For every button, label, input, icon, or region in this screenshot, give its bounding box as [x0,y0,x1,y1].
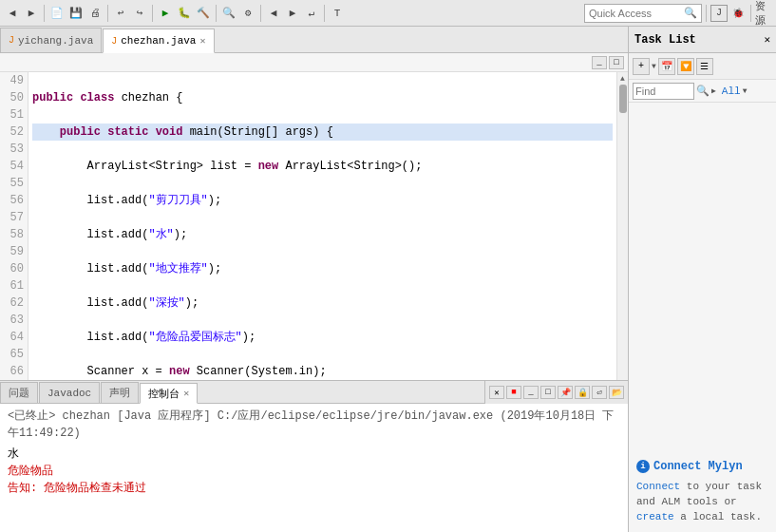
tab-yichang-icon: J [9,35,14,46]
code-content[interactable]: public class chezhan { public static voi… [28,72,616,380]
editor-tab-bar: J yichang.java J chezhan.java ✕ [0,27,628,53]
code-line-52: list.add("剪刀刀具"); [32,192,613,209]
line-numbers: 49 50 51 52 53 54 55 56 57 58 59 60 61 6… [0,72,28,380]
tab-chezhan-icon: J [111,36,117,47]
console-output-line-2: 危险物品 [8,463,620,480]
run-icon[interactable]: ▶ [157,5,174,22]
task-list-body: i Connect Mylyn Connect to your task and… [629,103,776,532]
perspective-debug-icon[interactable]: 🐞 [729,5,747,22]
refactor-icon[interactable]: ⚙ [239,5,256,22]
toolbar-sep-4 [216,5,217,22]
quick-access-input[interactable] [589,8,684,19]
code-line-49: public class chezhan { [32,89,613,106]
tab-chezhan-close[interactable]: ✕ [199,35,205,47]
task-list-toolbar: + ▼ 📅 🔽 ☰ [629,53,776,80]
toolbar-sep-2 [107,5,108,22]
tab-console-label: 控制台 [148,387,180,401]
task-find-expand-icon[interactable]: ▶ [711,86,716,95]
toolbar-sep-3 [152,5,153,22]
task-add-btn[interactable]: + [633,58,650,75]
minimize-editor-btn[interactable]: _ [592,56,607,69]
toolbar-sep-1 [44,5,45,22]
code-line-53: list.add("水"); [32,226,613,243]
print-icon[interactable]: 🖨 [86,5,104,22]
task-list-panel: Task List ✕ + ▼ 📅 🔽 ☰ 🔍 ▶ All ▼ i Connec… [629,27,776,532]
task-list-header: Task List ✕ [629,27,776,53]
console-output-line-3: 告知: 危险物品检查未通过 [8,480,620,497]
console-output-line-1: 水 [8,446,620,463]
connect-mylyn-link[interactable]: Connect [636,481,680,492]
console-open-file-btn[interactable]: 📂 [609,386,624,399]
create-task-link[interactable]: create [636,511,674,522]
code-line-55: list.add("深按"); [32,294,613,312]
task-all-dropdown-icon[interactable]: ▼ [743,86,748,95]
tab-problems[interactable]: 问题 [0,382,38,403]
search-icon2[interactable]: 🔍 [220,5,237,22]
toolbar-sep-6 [324,5,325,22]
bottom-tab-bar: 问题 Javadoc 声明 控制台 ✕ ✕ ■ _ □ � [0,381,628,404]
task-list-title: Task List [634,33,696,47]
back-icon[interactable]: ◀ [4,5,21,22]
task-list-close-icon[interactable]: ✕ [764,33,770,46]
editor-scrollbar[interactable]: ▲ [616,72,628,380]
editor-controls: _ □ [0,53,628,72]
tab-chezhan[interactable]: J chezhan.java ✕ [103,28,214,53]
console-clear-btn[interactable]: ✕ [489,386,504,399]
connect-mylyn-section: i Connect Mylyn Connect to your task and… [629,452,776,532]
task-schedule-btn[interactable]: 📅 [658,58,675,75]
main-toolbar: ◀ ▶ 📄 💾 🖨 ↩ ↪ ▶ 🐛 🔨 🔍 ⚙ ◀ ▶ ↵ T 🔍 J 🐞 资源 [0,0,776,27]
task-find-input[interactable] [633,83,694,100]
task-add-dropdown[interactable]: ▼ [652,62,656,70]
scroll-thumb[interactable] [619,85,627,113]
main-area: J yichang.java J chezhan.java ✕ _ □ 49 5… [0,27,776,532]
scroll-up-arrow[interactable]: ▲ [620,74,625,83]
maximize-editor-btn[interactable]: □ [609,56,624,69]
debug-icon[interactable]: 🐛 [176,5,193,22]
code-line-54: list.add("地文推荐"); [32,260,613,277]
file-icon[interactable]: 📄 [48,5,66,22]
tab-declaration-label: 声明 [109,386,130,400]
toolbar-sep-7 [706,5,707,22]
undo-icon[interactable]: ↩ [112,5,129,22]
last-edit-icon[interactable]: ↵ [303,5,320,22]
open-type-icon[interactable]: T [329,5,346,22]
console-pin-btn[interactable]: 📌 [558,386,573,399]
console-word-wrap-btn[interactable]: ⏎ [592,386,607,399]
console-minimize-btn[interactable]: _ [523,386,539,399]
tab-console-close[interactable]: ✕ [183,388,189,399]
redo-icon[interactable]: ↪ [131,5,148,22]
tab-yichang-label: yichang.java [18,35,93,47]
forward-icon[interactable]: ▶ [23,5,40,22]
code-line-51: ArrayList<String> list = new ArrayList<S… [32,158,613,175]
tab-javadoc-label: Javadoc [47,388,91,399]
connect-mylyn-heading: Connect Mylyn [653,460,743,473]
tab-yichang[interactable]: J yichang.java [0,28,102,52]
editor-area: J yichang.java J chezhan.java ✕ _ □ 49 5… [0,27,629,532]
console-terminated-line: <已终止> chezhan [Java 应用程序] C:/应用/eclipse/… [8,408,620,442]
console-stop-btn[interactable]: ■ [506,386,521,399]
console-maximize-btn[interactable]: □ [540,386,556,399]
toolbar-sep-8 [750,5,751,22]
task-view-btn[interactable]: ☰ [696,58,713,75]
tab-console[interactable]: 控制台 ✕ [140,383,198,404]
tab-declaration[interactable]: 声明 [101,382,139,403]
connect-mylyn-body: Connect to your task and ALM tools or cr… [636,479,768,524]
code-line-56: list.add("危险品爱国标志"); [32,329,613,346]
perspective-java-icon[interactable]: J [710,5,728,22]
build-icon[interactable]: 🔨 [195,5,212,22]
save-icon[interactable]: 💾 [67,5,85,22]
task-all-btn[interactable]: All [722,86,741,97]
code-line-50: public static void main(String[] args) { [32,124,613,141]
task-find-icon[interactable]: 🔍 [696,85,710,97]
code-editor[interactable]: 49 50 51 52 53 54 55 56 57 58 59 60 61 6… [0,72,628,380]
code-line-57: Scanner x = new Scanner(System.in); [32,363,613,380]
prev-icon[interactable]: ◀ [265,5,282,22]
task-find-bar: 🔍 ▶ All ▼ [629,80,776,103]
tab-javadoc[interactable]: Javadoc [39,382,100,403]
mylyn-info-icon: i [636,460,650,473]
connect-mylyn-title: i Connect Mylyn [636,460,768,473]
next-icon[interactable]: ▶ [284,5,301,22]
task-filter-btn[interactable]: 🔽 [677,58,694,75]
console-scroll-lock-btn[interactable]: 🔒 [575,386,590,399]
quick-access-box[interactable]: 🔍 [584,4,702,23]
